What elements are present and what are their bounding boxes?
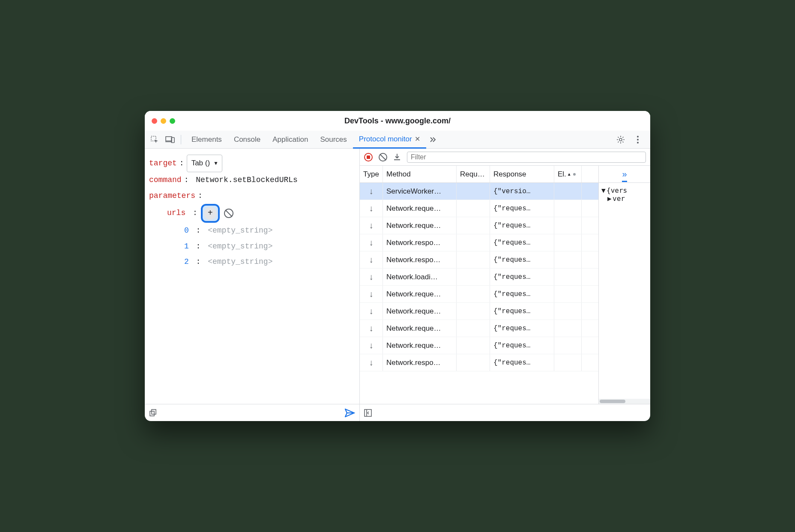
col-elapsed[interactable]: El.▲ xyxy=(554,166,582,182)
cell-type: ↓ xyxy=(360,234,383,251)
more-tabs-icon[interactable]: » xyxy=(622,169,627,182)
cell-request xyxy=(457,183,490,200)
arrow-down-icon: ↓ xyxy=(369,306,374,316)
cell-type: ↓ xyxy=(360,337,383,354)
tab-protocol-monitor[interactable]: Protocol monitor ✕ xyxy=(353,131,426,149)
clear-items-button[interactable] xyxy=(224,209,233,218)
arrow-down-icon: ↓ xyxy=(369,272,374,282)
table-row[interactable]: ↓Network.respo…{"reques… xyxy=(360,354,598,371)
cell-elapsed xyxy=(554,183,582,200)
tab-sources[interactable]: Sources xyxy=(314,131,353,149)
kebab-menu-icon[interactable] xyxy=(631,133,644,146)
minimize-window-button[interactable] xyxy=(161,118,166,124)
cell-method: ServiceWorker… xyxy=(383,183,457,200)
events-table: Type Method Requ… Response El.▲ ↓Service… xyxy=(360,166,599,404)
table-row[interactable]: ↓Network.reque…{"reques… xyxy=(360,337,598,354)
cell-request xyxy=(457,286,490,302)
url-value[interactable]: <empty_string> xyxy=(208,239,272,254)
toggle-drawer-icon[interactable] xyxy=(364,409,372,417)
send-command-button[interactable] xyxy=(345,409,355,417)
table-row[interactable]: ↓Network.reque…{"reques… xyxy=(360,320,598,337)
table-row[interactable]: ↓Network.respo…{"reques… xyxy=(360,234,598,251)
url-index: 1 xyxy=(184,239,189,254)
cell-method: Network.reque… xyxy=(383,200,457,217)
table-row[interactable]: ↓Network.reque…{"reques… xyxy=(360,286,598,303)
main-tabbar: Elements Console Application Sources Pro… xyxy=(145,131,650,149)
svg-point-5 xyxy=(637,136,639,137)
tree-root[interactable]: ▼{vers xyxy=(601,186,648,194)
clear-button[interactable] xyxy=(379,153,387,161)
protocol-bottom-bar xyxy=(360,404,650,421)
more-tabs-icon[interactable] xyxy=(426,133,439,146)
command-value[interactable]: Network.setBlockedURLs xyxy=(196,172,298,188)
copy-icon[interactable] xyxy=(149,409,157,417)
save-icon[interactable] xyxy=(393,153,401,161)
col-type[interactable]: Type xyxy=(360,166,383,182)
cell-request xyxy=(457,234,490,251)
tab-application[interactable]: Application xyxy=(266,131,314,149)
table-row[interactable]: ↓Network.respo…{"reques… xyxy=(360,251,598,269)
detail-pane: » ▼{vers ▶ver xyxy=(599,166,650,404)
url-value[interactable]: <empty_string> xyxy=(208,254,272,270)
svg-point-4 xyxy=(619,138,622,141)
filter-input[interactable] xyxy=(407,152,646,163)
command-editor: target: Tab () ▼ command: Network.setBlo… xyxy=(145,149,359,404)
tab-elements[interactable]: Elements xyxy=(185,131,228,149)
cell-method: Network.reque… xyxy=(383,337,457,354)
editor-bottom-bar xyxy=(145,404,359,421)
col-response[interactable]: Response xyxy=(490,166,554,182)
tab-label: Elements xyxy=(191,135,222,144)
cell-response: {"reques… xyxy=(490,217,554,234)
tab-console[interactable]: Console xyxy=(228,131,266,149)
close-tab-icon[interactable]: ✕ xyxy=(415,135,420,143)
scrollbar-thumb[interactable] xyxy=(600,400,625,403)
tab-label: Console xyxy=(234,135,260,144)
cell-elapsed xyxy=(554,320,582,337)
url-item-row: 2 : <empty_string> xyxy=(149,254,355,270)
arrow-down-icon: ↓ xyxy=(369,255,374,265)
target-select[interactable]: Tab () ▼ xyxy=(187,155,222,172)
arrow-down-icon: ↓ xyxy=(369,238,374,248)
record-button[interactable] xyxy=(364,153,373,161)
close-window-button[interactable] xyxy=(152,118,157,124)
device-toolbar-icon[interactable] xyxy=(164,133,176,146)
protocol-body: Type Method Requ… Response El.▲ ↓Service… xyxy=(360,166,650,404)
cell-elapsed xyxy=(554,303,582,320)
add-item-button[interactable]: + xyxy=(201,204,220,223)
command-label: command xyxy=(149,172,182,188)
inspect-element-icon[interactable] xyxy=(148,133,161,146)
col-method[interactable]: Method xyxy=(383,166,457,182)
cell-method: Network.respo… xyxy=(383,354,457,371)
table-row[interactable]: ↓ServiceWorker…{"versio… xyxy=(360,183,598,200)
collapse-icon: ▼ xyxy=(601,186,607,194)
url-value[interactable]: <empty_string> xyxy=(208,223,272,239)
arrow-down-icon: ↓ xyxy=(369,289,374,299)
col-elapsed-label: El. xyxy=(558,170,566,179)
window-title: DevTools - www.google.com/ xyxy=(145,117,650,126)
col-request[interactable]: Requ… xyxy=(457,166,490,182)
cell-method: Network.respo… xyxy=(383,234,457,251)
tab-label: Protocol monitor xyxy=(359,135,412,143)
table-row[interactable]: ↓Network.reque…{"reques… xyxy=(360,303,598,320)
protocol-monitor-pane: Type Method Requ… Response El.▲ ↓Service… xyxy=(360,149,650,421)
cell-type: ↓ xyxy=(360,200,383,217)
plus-icon: + xyxy=(204,207,217,220)
cell-elapsed xyxy=(554,337,582,354)
table-row[interactable]: ↓Network.reque…{"reques… xyxy=(360,217,598,234)
cell-type: ↓ xyxy=(360,303,383,320)
table-row[interactable]: ↓Network.loadi…{"reques… xyxy=(360,269,598,286)
cell-response: {"reques… xyxy=(490,200,554,217)
cell-request xyxy=(457,251,490,268)
tree-child[interactable]: ▶ver xyxy=(601,194,648,203)
url-item-row: 0 : <empty_string> xyxy=(149,223,355,239)
caret-down-icon: ▼ xyxy=(213,158,218,169)
arrow-down-icon: ↓ xyxy=(369,203,374,213)
svg-rect-9 xyxy=(152,409,156,414)
table-row[interactable]: ↓Network.reque…{"reques… xyxy=(360,200,598,217)
maximize-window-button[interactable] xyxy=(170,118,175,124)
cell-response: {"reques… xyxy=(490,234,554,251)
detail-h-scrollbar[interactable] xyxy=(599,399,650,404)
arrow-down-icon: ↓ xyxy=(369,341,374,350)
settings-icon[interactable] xyxy=(614,133,627,146)
cell-request xyxy=(457,337,490,354)
